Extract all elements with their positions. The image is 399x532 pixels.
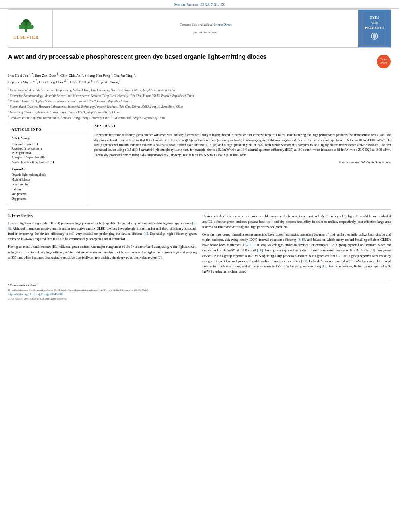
journal-reference: Dyes and Pigments 113 (2015) 341–350 (8, 2, 391, 7)
journal-logo-box: DYES AND PIGMENTS (358, 10, 391, 47)
article-info-heading: ARTICLE INFO (12, 127, 85, 134)
footer-section: * Corresponding authors. E-mail addresse… (8, 281, 391, 303)
affiliation-a: a Department of Materials Science and En… (8, 87, 391, 92)
crossmark-badge: Cross Mark (376, 54, 391, 69)
article-info-column: ARTICLE INFO Article history: Received 3… (8, 124, 88, 205)
article-history-label: Article history: (12, 136, 85, 141)
email-jou[interactable]: jjou@mx.nthu.edu.tw (29, 288, 53, 292)
affiliation-e: e Institute of Chemistry, Academia Sinic… (8, 109, 391, 115)
ref-10[interactable]: [10] (257, 248, 263, 252)
keyword-4: Iridium (12, 187, 85, 192)
keyword-6: Dry process (12, 197, 85, 201)
intro-paragraph-1: Organic light-emitting diode (OLED) poss… (8, 221, 197, 242)
logo-graphic-icon (366, 32, 383, 40)
header: Dyes and Pigments 113 (2015) 341–350 (0, 0, 399, 9)
received-revised-date: 19 August 2014 (12, 151, 85, 155)
keyword-3: Green emitter (12, 182, 85, 187)
elsevier-tree-icon (14, 17, 38, 33)
affiliation-f: f Graduate Institute of Opto-Mechatronic… (8, 115, 391, 120)
affiliation-c: c Research Center for Applied Sciences, … (8, 98, 391, 103)
section-heading-introduction: 1. Introduction (8, 214, 197, 219)
abstract-text: Electroluminescence-efficiency green emi… (94, 133, 391, 158)
email-label: E-mail addresses: (8, 288, 29, 292)
article-info-abstract-section: ARTICLE INFO Article history: Received 3… (8, 124, 391, 205)
received-date: Received 3 June 2014 (12, 142, 85, 146)
journal-abbreviation-logo: DYES AND PIGMENTS (363, 12, 386, 45)
body-col-left: 1. Introduction Organic light-emitting d… (8, 214, 197, 277)
intro-paragraph-3: Having a high efficiency green emission … (202, 214, 391, 230)
corresponding-authors-note: * Corresponding authors. (8, 283, 391, 288)
footer-emails: E-mail addresses: jjou@mx.nthu.edu.tw (J… (8, 288, 391, 292)
intro-paragraph-4: Over the past years, phosphorescent mate… (202, 232, 391, 274)
elsevier-brand: ELSEVIER (13, 34, 39, 40)
abstract-column: ABSTRACT Electroluminescence-efficiency … (94, 124, 391, 205)
svg-text:Mark: Mark (380, 61, 387, 64)
email-shyue[interactable]: shyue@gate.sinica.edu.tw (67, 288, 97, 292)
article-title-section: A wet and dry processable phosphorescent… (8, 53, 391, 69)
page: Dyes and Pigments 113 (2015) 341–350 ELS… (0, 0, 399, 532)
ref-5[interactable]: [5] (158, 255, 162, 259)
crossmark-icon: Cross Mark (376, 54, 391, 69)
keyword-2: High efficiency (12, 177, 85, 182)
svg-point-6 (27, 22, 31, 26)
email-chin[interactable]: clchin@itri.org.tw (113, 288, 133, 292)
available-online-date: Available online 8 September 2014 (12, 160, 85, 164)
intro-paragraph-2: Having an electroluminescence (EL) effic… (8, 244, 197, 260)
abstract-box: ABSTRACT Electroluminescence-efficiency … (94, 124, 391, 164)
footer-doi[interactable]: http://dx.doi.org/10.1016/j.dyepig.2014.… (8, 292, 391, 297)
keywords-section: Keywords: Organic light emitting diode H… (12, 168, 85, 202)
ref-4[interactable]: [4] (144, 232, 148, 236)
svg-text:Cross: Cross (380, 58, 388, 61)
section-title-introduction: Introduction (12, 214, 33, 218)
ref-15[interactable]: [15] (322, 264, 327, 268)
article-info-box: ARTICLE INFO Article history: Received 3… (8, 124, 88, 205)
ref-1-3[interactable]: [1–3] (8, 221, 197, 230)
body-col-right: Having a high efficiency green emission … (202, 214, 391, 277)
footer-issn: 0143-7208/© 2014 Elsevier Ltd. All right… (8, 297, 391, 301)
article-content: A wet and dry processable phosphorescent… (0, 48, 399, 277)
abstract-copyright: © 2014 Elsevier Ltd. All rights reserved… (94, 160, 391, 164)
keyword-1: Organic light emitting diode (12, 173, 85, 177)
svg-point-5 (21, 22, 25, 26)
ref-12[interactable]: [12] (336, 254, 341, 258)
homepage-prefix: journal homepage: (193, 31, 218, 34)
keyword-5: Wet process (12, 192, 85, 197)
ref-10-19[interactable]: [10–19] (242, 243, 253, 247)
journal-banner: ELSEVIER Contents lists available at Sci… (8, 9, 391, 48)
keywords-label: Keywords: (12, 168, 85, 172)
email-shyue-name: (J.-j. Shyue), (97, 288, 113, 292)
doi-link[interactable]: http://dx.doi.org/10.1016/j.dyepig.2014.… (8, 292, 65, 296)
elsevier-logo-section: ELSEVIER (8, 10, 53, 47)
abstract-heading: ABSTRACT (94, 124, 391, 130)
authors-line: Jwo-Huei Jou a, *, Sun-Zen Chen b, Chih-… (8, 72, 391, 85)
sciencedirect-prefix: Contents lists available at (180, 23, 214, 27)
affiliation-d: d Material and Chemical Research Laborat… (8, 103, 391, 109)
article-title: A wet and dry processable phosphorescent… (8, 53, 372, 61)
affiliation-b: b Center for Nanotechnology, Materials S… (8, 92, 391, 98)
ref-13[interactable]: [13] (301, 259, 307, 263)
affiliations: a Department of Materials Science and En… (8, 87, 391, 120)
sciencedirect-line: Contents lists available at ScienceDirec… (180, 23, 232, 27)
received-revised-label: Received in revised form (12, 146, 85, 151)
sciencedirect-link[interactable]: ScienceDirect (214, 23, 232, 27)
journal-banner-center: Contents lists available at ScienceDirec… (53, 10, 358, 47)
email-jou-name: (J.-H. Jou), (54, 288, 67, 292)
body-two-col: 1. Introduction Organic light-emitting d… (8, 214, 391, 277)
journal-homepage-line: journal homepage: (193, 30, 218, 35)
section-divider (8, 209, 391, 210)
accepted-date: Accepted 1 September 2014 (12, 155, 85, 160)
email-chin-name: (C.-L. Chin). (134, 288, 149, 292)
ref-11[interactable]: [11] (370, 248, 375, 252)
ref-6-9[interactable]: [6–9] (298, 238, 305, 242)
section-number: 1. (8, 214, 12, 218)
